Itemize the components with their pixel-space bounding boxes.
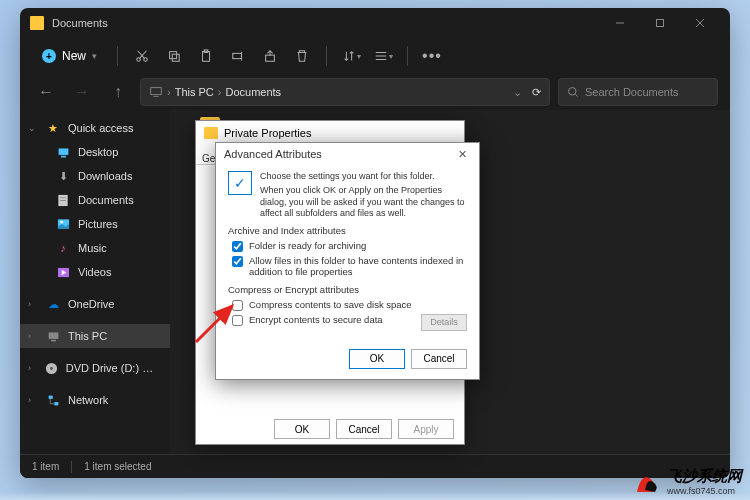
svg-rect-34 bbox=[48, 395, 52, 398]
up-button[interactable]: ↑ bbox=[104, 78, 132, 106]
desktop-icon bbox=[56, 145, 70, 159]
sidebar-item-documents[interactable]: Documents bbox=[20, 188, 170, 212]
close-button[interactable]: ✕ bbox=[453, 145, 471, 163]
apply-button[interactable]: Apply bbox=[398, 419, 454, 439]
pc-icon bbox=[46, 329, 60, 343]
breadcrumb-seg[interactable]: Documents bbox=[225, 86, 281, 98]
checkbox-input[interactable] bbox=[232, 315, 243, 326]
ok-button[interactable]: OK bbox=[349, 349, 405, 369]
sidebar-item-label: This PC bbox=[68, 330, 107, 342]
svg-point-33 bbox=[50, 367, 53, 370]
sidebar-dvd[interactable]: ›DVD Drive (D:) ESD-I bbox=[20, 356, 170, 380]
section-title: Compress or Encrypt attributes bbox=[228, 284, 467, 295]
sidebar-item-label: Documents bbox=[78, 194, 134, 206]
new-button[interactable]: + New ▾ bbox=[32, 44, 107, 68]
svg-rect-22 bbox=[58, 148, 68, 155]
advanced-titlebar: Advanced Attributes ✕ bbox=[216, 143, 479, 165]
new-label: New bbox=[62, 49, 86, 63]
svg-line-21 bbox=[575, 94, 577, 96]
expand-icon: › bbox=[28, 363, 37, 373]
checkbox-input[interactable] bbox=[232, 300, 243, 311]
sidebar-network[interactable]: ›Network bbox=[20, 388, 170, 412]
delete-icon[interactable] bbox=[288, 42, 316, 70]
checkbox-input[interactable] bbox=[232, 256, 243, 267]
chevron-down-icon: ▾ bbox=[92, 51, 97, 61]
folder-icon bbox=[30, 16, 44, 30]
section-title: Archive and Index attributes bbox=[228, 225, 467, 236]
sidebar-item-label: Downloads bbox=[78, 170, 132, 182]
statusbar: 1 item 1 item selected bbox=[20, 454, 730, 478]
downloads-icon: ⬇ bbox=[56, 169, 70, 183]
sidebar-quick-access[interactable]: ⌄ ★ Quick access bbox=[20, 116, 170, 140]
dropdown-icon[interactable]: ⌄ bbox=[513, 86, 522, 99]
status-count: 1 item bbox=[32, 461, 59, 472]
compress-encrypt-section: Compress or Encrypt attributes Compress … bbox=[228, 284, 467, 331]
advanced-body: ✓ Choose the settings you want for this … bbox=[216, 165, 479, 343]
archive-section: Archive and Index attributes Folder is r… bbox=[228, 225, 467, 278]
status-selected: 1 item selected bbox=[84, 461, 151, 472]
sidebar-item-pictures[interactable]: Pictures bbox=[20, 212, 170, 236]
rename-icon[interactable] bbox=[224, 42, 252, 70]
archive-checkbox[interactable]: Folder is ready for archiving bbox=[232, 240, 467, 252]
folder-icon bbox=[204, 127, 218, 139]
intro-line2: When you click OK or Apply on the Proper… bbox=[260, 185, 467, 219]
toolbar: + New ▾ ▾ ▾ ••• bbox=[20, 38, 730, 74]
cancel-button[interactable]: Cancel bbox=[411, 349, 467, 369]
watermark-url: www.fs0745.com bbox=[667, 486, 742, 496]
forward-button[interactable]: → bbox=[68, 78, 96, 106]
search-icon bbox=[567, 86, 579, 98]
advanced-buttons: OK Cancel bbox=[216, 343, 479, 379]
sidebar-item-desktop[interactable]: Desktop bbox=[20, 140, 170, 164]
ok-button[interactable]: OK bbox=[274, 419, 330, 439]
watermark-logo bbox=[633, 468, 661, 496]
details-button[interactable]: Details bbox=[421, 314, 467, 331]
breadcrumb-seg[interactable]: This PC bbox=[175, 86, 214, 98]
close-button[interactable] bbox=[680, 9, 720, 37]
properties-buttons: OK Cancel Apply bbox=[196, 414, 464, 444]
sidebar-item-videos[interactable]: Videos bbox=[20, 260, 170, 284]
svg-point-20 bbox=[569, 88, 577, 96]
checkbox-input[interactable] bbox=[232, 241, 243, 252]
compress-checkbox[interactable]: Compress contents to save disk space bbox=[232, 299, 467, 311]
music-icon: ♪ bbox=[56, 241, 70, 255]
svg-rect-12 bbox=[233, 53, 242, 58]
sidebar-item-downloads[interactable]: ⬇Downloads bbox=[20, 164, 170, 188]
chevron-icon: › bbox=[167, 86, 171, 98]
svg-rect-14 bbox=[266, 55, 275, 61]
sidebar-item-label: Music bbox=[78, 242, 107, 254]
advanced-intro: ✓ Choose the settings you want for this … bbox=[228, 171, 467, 219]
expand-icon: › bbox=[28, 331, 38, 341]
checkbox-info-icon: ✓ bbox=[228, 171, 252, 195]
address-bar[interactable]: › This PC › Documents ⌄ ⟳ bbox=[140, 78, 550, 106]
back-button[interactable]: ← bbox=[32, 78, 60, 106]
sidebar-thispc[interactable]: ›This PC bbox=[20, 324, 170, 348]
sidebar: ⌄ ★ Quick access Desktop ⬇Downloads Docu… bbox=[20, 110, 170, 454]
pc-icon bbox=[149, 85, 163, 99]
cut-icon[interactable] bbox=[128, 42, 156, 70]
sidebar-item-label: Desktop bbox=[78, 146, 118, 158]
properties-title: Private Properties bbox=[224, 127, 311, 139]
chevron-icon: › bbox=[218, 86, 222, 98]
cancel-button[interactable]: Cancel bbox=[336, 419, 392, 439]
sidebar-item-label: Videos bbox=[78, 266, 111, 278]
advanced-attributes-dialog: Advanced Attributes ✕ ✓ Choose the setti… bbox=[215, 142, 480, 380]
view-icon[interactable]: ▾ bbox=[369, 42, 397, 70]
paste-icon[interactable] bbox=[192, 42, 220, 70]
share-icon[interactable] bbox=[256, 42, 284, 70]
svg-rect-8 bbox=[170, 52, 177, 59]
sidebar-item-music[interactable]: ♪Music bbox=[20, 236, 170, 260]
more-icon[interactable]: ••• bbox=[418, 42, 446, 70]
minimize-button[interactable] bbox=[600, 9, 640, 37]
copy-icon[interactable] bbox=[160, 42, 188, 70]
refresh-icon[interactable]: ⟳ bbox=[532, 86, 541, 99]
maximize-button[interactable] bbox=[640, 9, 680, 37]
addressbar-row: ← → ↑ › This PC › Documents ⌄ ⟳ Search D… bbox=[20, 74, 730, 110]
advanced-title: Advanced Attributes bbox=[224, 148, 322, 160]
search-input[interactable]: Search Documents bbox=[558, 78, 718, 106]
svg-rect-35 bbox=[54, 402, 58, 405]
sidebar-onedrive[interactable]: ›☁OneDrive bbox=[20, 292, 170, 316]
encrypt-checkbox[interactable]: Encrypt contents to secure dataDetails bbox=[232, 314, 467, 331]
index-checkbox[interactable]: Allow files in this folder to have conte… bbox=[232, 255, 467, 278]
sidebar-item-label: OneDrive bbox=[68, 298, 114, 310]
sort-icon[interactable]: ▾ bbox=[337, 42, 365, 70]
